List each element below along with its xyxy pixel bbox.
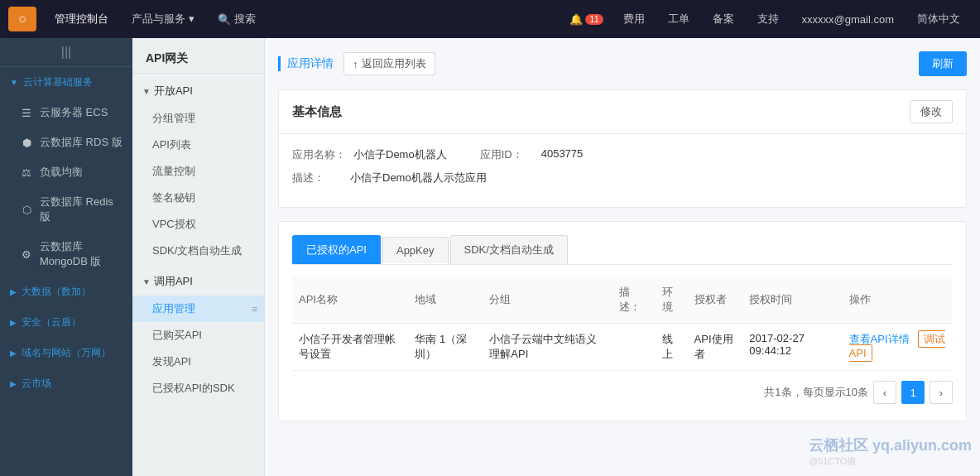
basic-info-body: 应用名称： 小信子Demo机器人 应用ID： 4053775 描述： 小信子De… — [279, 134, 966, 207]
logo[interactable]: ○ — [8, 7, 36, 31]
notification-count: 11 — [585, 14, 603, 25]
subnav-item-authorized-sdk[interactable]: 已授权API的SDK — [132, 375, 264, 401]
api-table-body: 已授权的API AppKey SDK/文档自动生成 API名称 地域 分组 描述… — [279, 222, 966, 421]
subnav-item-sign-key[interactable]: 签名秘钥 — [132, 185, 264, 211]
language-switcher[interactable]: 简体中文 — [906, 0, 972, 38]
breadcrumb: 应用详情 — [278, 56, 334, 71]
subnav-title: API网关 — [132, 45, 264, 74]
back-to-list-button[interactable]: ↑ 返回应用列表 — [343, 52, 435, 75]
nav-ticket[interactable]: 工单 — [656, 0, 701, 38]
app-id-label: 应用ID： — [480, 147, 538, 162]
subnav-item-sdk-doc[interactable]: SDK/文档自动生成 — [132, 238, 264, 264]
cell-api-name: 小信子开发者管理帐号设置 — [292, 324, 408, 371]
subnav-item-vpc-auth[interactable]: VPC授权 — [132, 211, 264, 238]
arrow-icon-3: ▶ — [10, 318, 17, 327]
sidebar-section-security: ▶ 安全（云盾） — [0, 307, 132, 338]
app-name-value: 小信子Demo机器人 — [353, 147, 447, 162]
sidebar-group-cloud-computing[interactable]: ▼ 云计算基础服务 — [0, 67, 132, 98]
tab-bar: 已授权的API AppKey SDK/文档自动生成 — [292, 235, 953, 265]
sidebar-item-rds[interactable]: ⬢ 云数据库 RDS 版 — [0, 127, 132, 157]
app-name-label: 应用名称： — [292, 147, 350, 162]
subnav-group-call-api: ▼ 调用API 应用管理 ≡ 已购买API 发现API 已授权API的SDK — [132, 267, 264, 401]
col-auth-time: 授权时间 — [742, 276, 842, 324]
sidebar-group-market[interactable]: ▶ 云市场 — [0, 368, 132, 399]
cell-actions: 查看API详情 调试API — [843, 324, 953, 371]
api-table: API名称 地域 分组 描述： 环境 授权者 授权时间 操作 小信子开发者管理帐 — [292, 276, 953, 371]
col-actions: 操作 — [843, 276, 953, 324]
table-row: 小信子开发者管理帐号设置 华南 1（深圳） 小信子云端中文纯语义理解API 线上… — [292, 324, 953, 371]
app-name-row: 应用名称： 小信子Demo机器人 应用ID： 4053775 — [292, 147, 953, 162]
desc-row: 描述： 小信子Demo机器人示范应用 — [292, 171, 953, 185]
expand-icon-2: ▼ — [142, 277, 151, 286]
main-content: 应用详情 ↑ 返回应用列表 刷新 基本信息 修改 应用名称： 小信子Demo机器… — [265, 38, 980, 476]
top-navigation: ○ 管理控制台 产品与服务 ▾ 🔍 搜索 🔔 11 费用 工单 备案 支持 xx… — [0, 0, 980, 38]
pagination-total: 共1条，每页显示10条 — [764, 385, 868, 400]
desc-value: 小信子Demo机器人示范应用 — [350, 171, 487, 185]
sidebar-item-mongodb[interactable]: ⚙ 云数据库 MongoDB 版 — [0, 232, 132, 276]
redis-icon: ⬡ — [20, 203, 33, 216]
edit-button[interactable]: 修改 — [910, 100, 953, 123]
user-email[interactable]: xxxxxx@gmail.com — [790, 0, 906, 38]
subnav-item-bought-api[interactable]: 已购买API — [132, 322, 264, 349]
sidebar-item-redis[interactable]: ⬡ 云数据库 Redis 版 — [0, 187, 132, 232]
nav-products[interactable]: 产品与服务 ▾ — [120, 0, 206, 38]
ecs-icon: ☰ — [20, 106, 33, 119]
nav-console[interactable]: 管理控制台 — [43, 0, 120, 38]
sidebar-group-security[interactable]: ▶ 安全（云盾） — [0, 307, 132, 338]
content-header: 应用详情 ↑ 返回应用列表 刷新 — [278, 51, 967, 76]
search-btn[interactable]: 🔍 搜索 — [206, 12, 267, 26]
expand-icon: ▼ — [142, 87, 151, 96]
subnav-group-open-api: ▼ 开放API 分组管理 API列表 流量控制 签名秘钥 VPC授权 SDK/文… — [132, 77, 264, 264]
view-api-detail-link[interactable]: 查看API详情 — [849, 333, 910, 345]
bell-icon: 🔔 — [569, 13, 583, 26]
nav-billing[interactable]: 费用 — [612, 0, 656, 38]
nav-support[interactable]: 支持 — [746, 0, 790, 38]
tab-appkey[interactable]: AppKey — [382, 237, 449, 263]
col-region: 地域 — [408, 276, 483, 324]
basic-info-header: 基本信息 修改 — [279, 90, 966, 134]
search-icon: 🔍 — [218, 13, 231, 26]
mongodb-icon: ⚙ — [20, 248, 33, 261]
sidebar-item-slb[interactable]: ⚖ 负载均衡 — [0, 157, 132, 187]
tab-sdk-doc[interactable]: SDK/文档自动生成 — [450, 235, 568, 264]
pagination: 共1条，每页显示10条 ‹ 1 › — [292, 371, 953, 407]
subnav-group-open-api-header[interactable]: ▼ 开放API — [132, 77, 264, 105]
col-api-name: API名称 — [292, 276, 408, 324]
left-sidebar: ||| ▼ 云计算基础服务 ☰ 云服务器 ECS ⬢ 云数据库 RDS 版 ⚖ … — [0, 38, 132, 476]
subnav-item-api-list[interactable]: API列表 — [132, 132, 264, 158]
subnav-group-call-api-header[interactable]: ▼ 调用API — [132, 267, 264, 296]
sidebar-section-cloud: ▼ 云计算基础服务 ☰ 云服务器 ECS ⬢ 云数据库 RDS 版 ⚖ 负载均衡… — [0, 67, 132, 276]
arrow-icon-2: ▶ — [10, 287, 17, 296]
sidebar-section-domain: ▶ 域名与网站（万网） — [0, 338, 132, 368]
tab-authorized-api[interactable]: 已授权的API — [292, 235, 381, 264]
sidebar-group-bigdata[interactable]: ▶ 大数据（数加） — [0, 276, 132, 307]
subnav-item-app-mgmt[interactable]: 应用管理 ≡ — [132, 296, 264, 322]
pagination-prev[interactable]: ‹ — [873, 381, 896, 404]
sidebar-item-ecs[interactable]: ☰ 云服务器 ECS — [0, 98, 132, 127]
cell-env: 线上 — [656, 324, 688, 371]
sidebar-collapse-btn[interactable]: ||| — [0, 38, 132, 67]
cell-desc — [612, 324, 656, 371]
table-head: API名称 地域 分组 描述： 环境 授权者 授权时间 操作 — [292, 276, 953, 324]
pagination-next[interactable]: › — [930, 381, 953, 404]
arrow-icon-5: ▶ — [10, 379, 17, 388]
sidebar-group-domain[interactable]: ▶ 域名与网站（万网） — [0, 338, 132, 368]
cell-auth-time: 2017-02-27 09:44:12 — [742, 324, 842, 371]
cell-group: 小信子云端中文纯语义理解API — [483, 324, 612, 371]
pin-icon: ≡ — [252, 304, 257, 314]
subnav-item-discover-api[interactable]: 发现API — [132, 349, 264, 375]
col-group: 分组 — [483, 276, 612, 324]
desc-label: 描述： — [292, 171, 350, 185]
pagination-page-1[interactable]: 1 — [901, 381, 925, 404]
notification-bell[interactable]: 🔔 11 — [561, 13, 611, 26]
upload-icon: ↑ — [353, 58, 358, 70]
cell-region: 华南 1（深圳） — [408, 324, 483, 371]
subnav-item-group-mgmt[interactable]: 分组管理 — [132, 105, 264, 132]
nav-record[interactable]: 备案 — [701, 0, 746, 38]
top-right-area: 🔔 11 费用 工单 备案 支持 xxxxxx@gmail.com 简体中文 — [561, 0, 972, 38]
sub-navigation: API网关 ▼ 开放API 分组管理 API列表 流量控制 签名秘钥 VPC授权… — [132, 38, 265, 476]
refresh-button[interactable]: 刷新 — [919, 51, 967, 76]
subnav-item-traffic-ctrl[interactable]: 流量控制 — [132, 158, 264, 185]
col-authorizer: 授权者 — [688, 276, 743, 324]
col-desc: 描述： — [612, 276, 656, 324]
